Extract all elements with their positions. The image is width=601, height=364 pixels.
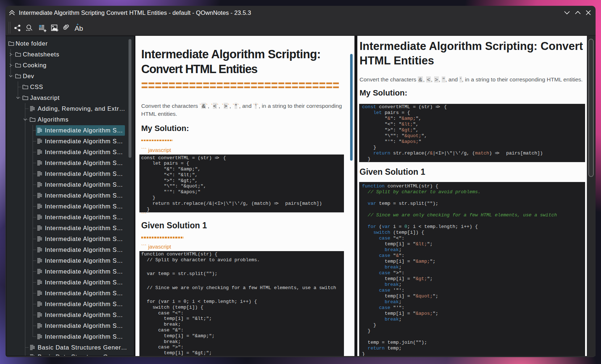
svg-text:Ab: Ab [75, 25, 83, 32]
